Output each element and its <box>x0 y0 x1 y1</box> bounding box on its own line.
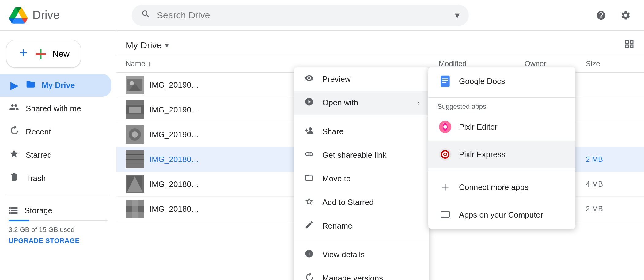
pixlr-editor-icon <box>438 119 453 134</box>
app-title: Drive <box>32 9 60 22</box>
upgrade-storage-link[interactable]: UPGRADE STORAGE <box>9 237 108 245</box>
open-with-label: Open with <box>322 98 410 108</box>
view-toggle-button[interactable] <box>624 39 635 52</box>
file-thumbnail <box>126 200 144 218</box>
my-drive-expand-icon: ▶ <box>9 80 20 91</box>
sidebar-item-label-my-drive: My Drive <box>42 81 75 90</box>
svg-rect-23 <box>441 76 449 87</box>
svg-point-11 <box>132 131 138 138</box>
computer-icon <box>438 207 453 222</box>
trash-icon <box>9 172 20 184</box>
open-with-arrow-icon: › <box>417 99 420 107</box>
google-docs-icon <box>438 74 453 89</box>
add-starred-label: Add to Starred <box>322 198 420 207</box>
file-size-highlighted: 2 MB <box>586 155 635 164</box>
storage-icon <box>9 206 18 215</box>
new-button-label: New <box>52 49 70 59</box>
shared-icon <box>9 102 20 115</box>
sidebar-item-label-starred: Starred <box>26 150 52 160</box>
pixlr-editor-label: Pixlr Editor <box>459 122 498 132</box>
connect-apps-icon <box>438 180 453 195</box>
file-thumbnail <box>126 100 144 119</box>
get-link-label: Get shareable link <box>322 150 420 160</box>
storage-bar-fill <box>9 220 29 221</box>
move-to-icon <box>303 173 315 184</box>
context-menu-add-starred[interactable]: Add to Starred <box>294 191 429 214</box>
manage-versions-icon <box>303 273 315 280</box>
context-menu-preview[interactable]: Preview <box>294 67 429 91</box>
add-starred-icon <box>303 197 315 208</box>
pixlr-express-icon <box>438 147 453 162</box>
search-icon <box>141 9 151 21</box>
sidebar-item-starred[interactable]: Starred <box>0 143 111 167</box>
recent-icon <box>9 126 20 138</box>
context-menu-open-with[interactable]: Open with › <box>294 91 429 115</box>
colorful-plus-icon <box>35 48 47 60</box>
preview-label: Preview <box>322 74 420 84</box>
submenu-connect-more-apps[interactable]: Connect more apps <box>428 173 575 201</box>
starred-icon <box>9 149 20 161</box>
rename-label: Rename <box>322 221 420 231</box>
settings-button[interactable] <box>616 6 635 25</box>
menu-divider-1 <box>294 117 429 117</box>
content-header: My Drive ▾ <box>116 31 644 55</box>
submenu-apps-on-computer[interactable]: Apps on your Computer <box>428 201 575 229</box>
file-size: 2 MB <box>586 205 635 213</box>
context-menu-view-details[interactable]: View details <box>294 243 429 267</box>
top-bar: Drive ▾ <box>0 0 644 31</box>
submenu-google-docs[interactable]: Google Docs <box>428 67 575 95</box>
sidebar-item-trash[interactable]: Trash <box>0 167 111 190</box>
my-drive-folder-icon <box>26 79 36 91</box>
owner-column-header: Owner <box>525 59 586 68</box>
share-icon <box>303 126 315 137</box>
google-docs-label: Google Docs <box>459 77 505 86</box>
pixlr-express-label: Pixlr Express <box>459 150 506 159</box>
link-icon <box>303 149 315 161</box>
breadcrumb-dropdown-icon[interactable]: ▾ <box>165 40 169 50</box>
move-to-label: Move to <box>322 174 420 184</box>
context-menu: Preview Open with › Share Get sh <box>294 67 429 280</box>
context-menu-manage-versions[interactable]: Manage versions <box>294 267 429 280</box>
help-button[interactable] <box>592 6 610 25</box>
preview-icon <box>303 74 315 85</box>
sidebar-item-label-shared: Shared with me <box>26 104 81 113</box>
submenu-divider-2 <box>428 171 575 171</box>
top-right-actions <box>592 6 635 25</box>
sidebar-divider <box>6 195 110 195</box>
suggested-apps-label: Suggested apps <box>428 100 575 113</box>
sidebar-item-label-recent: Recent <box>26 127 51 137</box>
submenu-pixlr-editor[interactable]: Pixlr Editor <box>428 113 575 141</box>
context-menu-get-link[interactable]: Get shareable link <box>294 143 429 167</box>
storage-section: Storage 3.2 GB of 15 GB used UPGRADE STO… <box>0 200 116 250</box>
main-layout: New ▶ My Drive Shared with me Recent <box>0 31 644 280</box>
sidebar-item-shared-with-me[interactable]: Shared with me <box>0 97 111 120</box>
file-thumbnail <box>126 76 144 94</box>
modified-column-header: Modified <box>439 59 525 68</box>
storage-title: Storage <box>25 206 52 215</box>
context-menu-share[interactable]: Share <box>294 120 429 143</box>
rename-icon <box>303 220 315 232</box>
connect-more-apps-label: Connect more apps <box>459 183 528 192</box>
context-menu-move-to[interactable]: Move to <box>294 167 429 191</box>
sidebar-item-label-trash: Trash <box>26 174 46 183</box>
search-bar[interactable]: ▾ <box>132 5 469 26</box>
file-size: 4 MB <box>586 180 635 188</box>
logo-area: Drive <box>9 6 126 25</box>
share-label: Share <box>322 127 420 136</box>
svg-point-33 <box>444 153 446 155</box>
storage-used-text: 3.2 GB of 15 GB used <box>9 226 108 234</box>
sidebar-item-my-drive[interactable]: ▶ My Drive <box>0 74 111 97</box>
svg-rect-8 <box>129 107 141 113</box>
apps-on-computer-label: Apps on your Computer <box>459 210 543 220</box>
submenu-divider-1 <box>428 97 575 98</box>
context-menu-rename[interactable]: Rename <box>294 214 429 238</box>
submenu-pixlr-express[interactable]: Pixlr Express <box>428 141 575 168</box>
view-details-label: View details <box>322 250 420 259</box>
search-input[interactable] <box>157 10 449 21</box>
file-thumbnail <box>126 175 144 193</box>
sidebar-item-recent[interactable]: Recent <box>0 120 111 143</box>
open-with-icon <box>303 97 315 108</box>
new-button[interactable]: New <box>6 40 81 68</box>
svg-point-28 <box>443 125 447 129</box>
search-dropdown-icon[interactable]: ▾ <box>455 10 460 21</box>
